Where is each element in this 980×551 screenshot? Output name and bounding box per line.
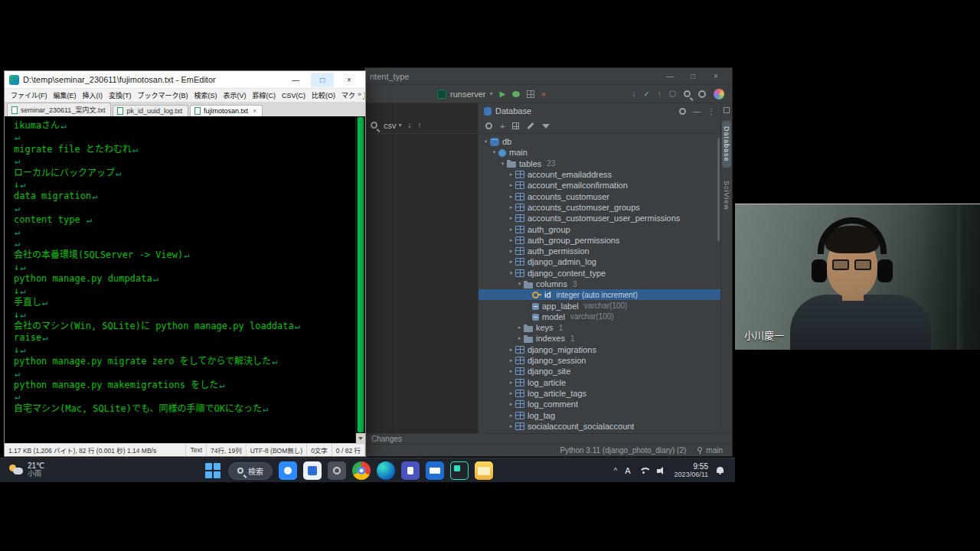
db-tree-row[interactable]: ▸ django_session (479, 355, 720, 366)
word-icon[interactable] (303, 461, 322, 480)
db-tree-row[interactable]: ▸ keys 1 (479, 322, 720, 333)
menu-item[interactable]: 罫線(C) (250, 90, 279, 100)
tree-chevron-icon[interactable]: ▸ (507, 215, 515, 221)
menu-item[interactable]: 比較(O) (309, 90, 338, 100)
db-tree-row[interactable]: ▸ account_emailconfirmation (479, 180, 720, 191)
db-tree-row[interactable]: ▸ account_emailaddress (479, 169, 720, 180)
run-button[interactable]: ▶ (499, 90, 505, 98)
menu-item[interactable]: ファイル(F) (8, 90, 51, 100)
editor-line[interactable]: ↓↵ (14, 285, 355, 297)
db-tree-row[interactable]: ▸ accounts_customuser_user_permissions (479, 213, 720, 223)
tree-chevron-icon[interactable]: ▸ (507, 204, 515, 210)
editor-text-area[interactable]: ikumaさん↵↵migrate file とたわむれ↵↵ローカルにバックアップ… (5, 116, 355, 443)
pycharm-titlebar[interactable]: ntent_type — □ × (365, 68, 732, 85)
editor-line[interactable]: ↵ (14, 368, 355, 380)
tree-chevron-icon[interactable]: ▸ (507, 237, 515, 243)
db-tree-row[interactable]: app_label varchar(100) (479, 300, 720, 311)
menu-item[interactable]: 検索(S) (191, 90, 220, 100)
import-up-icon[interactable]: ↑ (418, 121, 422, 129)
editor-line[interactable]: ↵ (14, 227, 355, 238)
tree-chevron-icon[interactable]: ▾ (515, 281, 524, 287)
db-tree-row[interactable]: ▸ auth_group (479, 223, 720, 234)
editor-line[interactable]: data migration↵ (14, 191, 355, 202)
tree-chevron-icon[interactable]: ▸ (507, 194, 515, 200)
db-tree-row[interactable]: ▸ accounts_customuser_groups (479, 202, 720, 213)
tree-chevron-icon[interactable]: ▸ (515, 335, 524, 341)
ime-indicator[interactable]: A (625, 466, 630, 475)
menu-item[interactable]: 表示(V) (220, 90, 250, 100)
more-options-icon[interactable]: ⋮ (707, 107, 715, 116)
tree-chevron-icon[interactable]: ▸ (507, 368, 515, 374)
export-down-icon[interactable]: ↓ (408, 121, 412, 129)
tree-chevron-icon[interactable]: ▸ (507, 357, 515, 364)
panel-settings-gear-icon[interactable] (679, 108, 686, 115)
editor-line[interactable]: 会社の本番環境(SQLServer -> View)↵ (14, 249, 355, 261)
db-tree-row[interactable]: ▾ db (479, 136, 720, 147)
editor-line[interactable]: ↵ (14, 155, 355, 167)
db-tree-row[interactable]: ▸ log_article_tags (479, 388, 720, 399)
editor-line[interactable]: ↵ (14, 238, 355, 249)
db-tree-row[interactable]: ▸ django_admin_log (479, 256, 720, 267)
tree-chevron-icon[interactable]: ▸ (507, 347, 515, 353)
db-tree-row[interactable]: ▸ socialaccount_socialapp (479, 432, 720, 433)
menu-item[interactable]: 編集(E) (51, 90, 80, 100)
db-tree-row[interactable]: ▸ django_site (479, 366, 720, 377)
editor-line[interactable]: ローカルにバックアップ↵ (14, 168, 355, 179)
debug-button[interactable] (512, 91, 520, 97)
profiler-icon[interactable] (527, 90, 534, 98)
editor-line[interactable]: 会社のマシン(Win, SQLite)に python manage.py lo… (14, 321, 355, 332)
db-tree-row[interactable]: ▸ auth_group_permissions (479, 235, 720, 246)
scrollbar-thumb[interactable] (358, 117, 364, 432)
tree-chevron-icon[interactable]: ▾ (482, 139, 490, 145)
git-update-button[interactable]: ↓ (632, 90, 636, 98)
db-tree-row[interactable]: ▸ django_migrations (479, 344, 720, 355)
db-tree-row[interactable]: model varchar(100) (479, 311, 720, 322)
refresh-icon[interactable] (485, 122, 492, 129)
tree-scrollbar[interactable] (717, 138, 720, 241)
wifi-icon[interactable] (639, 467, 649, 474)
db-tree-row[interactable]: ▸ log_article (479, 377, 720, 388)
maximize-button[interactable]: □ (681, 72, 704, 80)
db-tree-row[interactable]: ▸ log_comment (479, 399, 720, 409)
editor-tab[interactable]: seminar_230611_案内文.txt × (7, 103, 111, 116)
filter-icon[interactable] (542, 124, 550, 129)
run-configuration-select[interactable]: runserver ▾ (437, 90, 492, 99)
db-tree-row[interactable]: ▸ indexes 1 (479, 333, 720, 344)
db-tree-row[interactable]: ▸ auth_permission (479, 246, 720, 256)
start-button[interactable] (204, 461, 222, 480)
db-tree-row[interactable]: ▾ main (479, 147, 720, 158)
editor-line[interactable]: 手直し↵ (14, 297, 355, 308)
db-tree-row[interactable]: ▾ columns 3 (479, 279, 720, 289)
editor-line[interactable]: ↓↵ (14, 179, 355, 191)
scroll-down-icon[interactable] (356, 433, 365, 443)
db-tree-row[interactable]: ▸ log_tag (479, 409, 720, 420)
notifications-bell-icon[interactable] (716, 467, 724, 475)
teams-icon[interactable] (401, 461, 420, 480)
tree-chevron-icon[interactable]: ▸ (507, 248, 515, 254)
tree-chevron-icon[interactable]: ▸ (507, 227, 515, 233)
close-button[interactable]: × (338, 73, 361, 87)
hide-panel-icon[interactable]: — (693, 107, 701, 116)
editor-line[interactable]: ↵ (14, 132, 355, 143)
taskbar-search[interactable]: 検索 (228, 462, 273, 480)
vertical-scrollbar[interactable] (355, 116, 365, 443)
tree-chevron-icon[interactable]: ▸ (507, 182, 515, 188)
editor-tab[interactable]: pk_id_uuid_log.txt × (113, 105, 188, 116)
editor-line[interactable]: ↓↵ (14, 309, 355, 321)
editor-line[interactable]: python manage.py migrate zero をしてからで解決した… (14, 356, 355, 367)
editor-tab[interactable]: fujimotosan.txt × (190, 105, 263, 116)
minimize-button[interactable]: — (658, 72, 681, 80)
chrome-icon[interactable] (352, 461, 371, 480)
add-datasource-icon[interactable]: + (500, 122, 505, 130)
clock[interactable]: 9:55 2023/06/11 (675, 462, 708, 479)
db-tree-row[interactable]: ▾ tables 23 (479, 158, 720, 169)
console-search-icon[interactable] (371, 122, 377, 129)
tree-chevron-icon[interactable]: ▸ (507, 171, 515, 178)
tree-chevron-icon[interactable]: ▾ (507, 270, 515, 276)
edit-source-icon[interactable] (528, 122, 534, 129)
editor-line[interactable]: migrate file とたわむれ↵ (14, 144, 355, 155)
git-commit-button[interactable]: ✓ (644, 90, 650, 98)
editor-line[interactable]: ikumaさん↵ (14, 120, 355, 132)
tree-chevron-icon[interactable]: ▾ (498, 161, 507, 167)
edge-icon[interactable] (377, 461, 395, 480)
